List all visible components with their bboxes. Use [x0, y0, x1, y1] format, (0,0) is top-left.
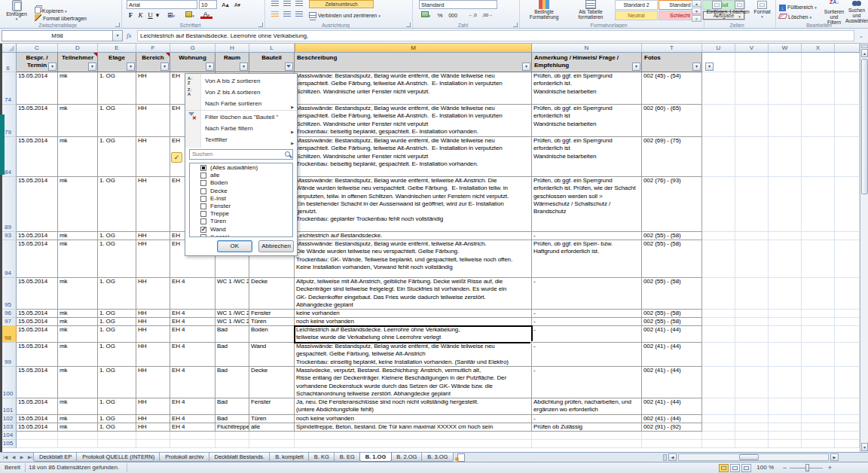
hscroll-right-icon[interactable]: ▶: [830, 453, 839, 461]
cell-95-10[interactable]: 002 (55) - (58): [642, 278, 702, 310]
cell-97-7[interactable]: Türen: [249, 318, 295, 326]
cell-102-1[interactable]: 15.05.2014: [17, 415, 58, 423]
underline-dropdown[interactable]: ▾: [154, 11, 160, 20]
cell-94-4[interactable]: HH: [136, 240, 170, 278]
copy-button[interactable]: Kopieren ▾: [35, 7, 67, 14]
table-header-blank[interactable]: [735, 53, 769, 72]
row-header-97[interactable]: 97: [0, 318, 17, 326]
cell-103-4[interactable]: HH: [136, 423, 170, 432]
cell-105-13[interactable]: [769, 440, 802, 448]
cell-89-11[interactable]: [702, 177, 735, 232]
cell-95-3[interactable]: 1. OG: [98, 278, 136, 310]
row-header-6[interactable]: 6: [0, 53, 17, 72]
row-header-100[interactable]: 100: [0, 367, 17, 398]
cell-103-14[interactable]: [802, 423, 835, 432]
page-layout-view-button[interactable]: [730, 464, 740, 472]
vertical-scrollbar[interactable]: ▲ ▼: [860, 44, 868, 452]
filter-dropdown-icon[interactable]: ▾: [206, 63, 214, 71]
cell-103-2[interactable]: mk: [58, 423, 98, 432]
cell-84-3[interactable]: 1. OG: [98, 137, 136, 177]
cell-102-14[interactable]: [802, 415, 835, 423]
cell-99-3[interactable]: 1. OG: [98, 343, 136, 367]
ok-button[interactable]: OK: [217, 240, 252, 252]
table-header-8[interactable]: Beschreibung▾: [295, 53, 532, 72]
cell-98-10[interactable]: 002 (41) - (44): [642, 326, 702, 343]
cell-104-10[interactable]: [642, 432, 702, 440]
cell-94-1[interactable]: 15.05.2014: [17, 240, 58, 278]
cell-99-10[interactable]: 002 (41) - (44): [642, 343, 702, 367]
cell-95-4[interactable]: HH: [136, 278, 170, 310]
column-letter-H[interactable]: H: [215, 44, 249, 52]
cell-103-6[interactable]: Fluchttreppe: [215, 423, 249, 432]
cell-94-3[interactable]: 1. OG: [98, 240, 136, 278]
cell-93-1[interactable]: 15.05.2014: [17, 232, 58, 240]
cell-93-13[interactable]: [769, 232, 802, 240]
cell-97-5[interactable]: EH 4: [170, 318, 215, 326]
row-header-95[interactable]: 95: [0, 278, 17, 310]
cell-101-4[interactable]: HH: [136, 398, 170, 415]
cell-95-12[interactable]: [735, 278, 769, 310]
cell-102-9[interactable]: -: [532, 415, 642, 423]
column-letter-E[interactable]: E: [98, 44, 136, 52]
cell-104-2[interactable]: [58, 432, 98, 440]
cell-94-9[interactable]: Prüfen, ob ggf. ein Sperr- bzw. Haftgrun…: [532, 240, 642, 278]
cell-100-5[interactable]: EH 4: [170, 367, 215, 398]
cell-103-8[interactable]: Spindeltreppe, Beton, bestand. Die Tür k…: [295, 423, 532, 432]
filter-value-item[interactable]: Decke: [190, 188, 292, 195]
cell-104-12[interactable]: [735, 432, 769, 440]
cell-94-14[interactable]: [802, 240, 835, 278]
cell-74-2[interactable]: mk: [58, 72, 98, 105]
sheet-tab-b-eg[interactable]: B. EG: [334, 453, 361, 462]
cell-96-1[interactable]: 15.05.2014: [17, 310, 58, 318]
horizontal-scrollbar[interactable]: [678, 453, 829, 461]
menu-item-clearfilter[interactable]: Filter löschen aus "Bauteil "✕: [185, 111, 297, 123]
row-header-103[interactable]: 103: [0, 423, 17, 432]
cell-74-12[interactable]: [735, 72, 769, 105]
cell-103-1[interactable]: 15.05.2014: [17, 423, 58, 432]
dialog-launcher-icon[interactable]: [406, 23, 411, 27]
cell-98-1[interactable]: 15.05.2014: [17, 326, 58, 343]
checkbox-icon[interactable]: [200, 196, 206, 202]
cell-100-7[interactable]: Decke: [249, 367, 295, 398]
gallery-more-icon[interactable]: ≡: [692, 15, 701, 22]
table-header-blank[interactable]: ▾: [702, 53, 735, 72]
cell-97-12[interactable]: [735, 318, 769, 326]
cell-99-13[interactable]: [769, 343, 802, 367]
column-letter-C[interactable]: C: [17, 44, 58, 52]
cell-98-8[interactable]: Leichtestrich auf Bestandsdecke. Leerroh…: [295, 326, 532, 343]
cell-97-3[interactable]: 1. OG: [98, 318, 136, 326]
sheet-tab-deckblatt-bestands-[interactable]: Deckblatt Bestands.: [209, 453, 271, 462]
cell-98-3[interactable]: 1. OG: [98, 326, 136, 343]
table-header-blank[interactable]: [769, 53, 802, 72]
cell-104-13[interactable]: [769, 432, 802, 440]
cell-103-3[interactable]: 1. OG: [98, 423, 136, 432]
cell-102-6[interactable]: Bad: [215, 415, 249, 423]
cell-79-8[interactable]: Massivwände: Bestandsputz, Belag wurde e…: [295, 105, 532, 137]
horizontal-scroll-thumb[interactable]: [739, 454, 759, 460]
cell-79-11[interactable]: [702, 105, 735, 137]
shrink-font-button[interactable]: A▾: [232, 0, 243, 10]
cell-105-9[interactable]: [532, 440, 642, 448]
filter-value-item[interactable]: alle: [190, 172, 292, 179]
zoom-level[interactable]: 100 %: [756, 464, 774, 471]
first-sheet-button[interactable]: |◀: [2, 453, 9, 461]
font-size-combobox[interactable]: 10: [199, 0, 217, 9]
cell-104-7[interactable]: [249, 432, 295, 440]
filter-dropdown-icon[interactable]: ▾: [240, 63, 248, 71]
cell-95-1[interactable]: 15.05.2014: [17, 278, 58, 310]
align-right-icon[interactable]: [294, 11, 304, 20]
cell-84-13[interactable]: [769, 137, 802, 177]
cell-84-11[interactable]: [702, 137, 735, 177]
menu-item-textfilter[interactable]: Textfilter▶: [185, 134, 297, 145]
cell-97-2[interactable]: mk: [58, 318, 98, 326]
row-header-96[interactable]: 96: [0, 310, 17, 318]
cell-74-4[interactable]: HH: [136, 72, 170, 105]
cell-101-8[interactable]: Ja, neu. Die Fensteranschlüsse sind noch…: [295, 398, 532, 415]
cell-89-9[interactable]: Prüfen, ob ggf. ein Sperrgrund erforderl…: [532, 177, 642, 232]
cell-96-5[interactable]: EH 4: [170, 310, 215, 318]
row-header-101[interactable]: 101: [0, 398, 17, 415]
cell-101-7[interactable]: Fenster: [249, 398, 295, 415]
cell-84-9[interactable]: Prüfen, ob ggf. ein Sperrgrund erforderl…: [532, 137, 642, 177]
cell-101-11[interactable]: [702, 398, 735, 415]
cell-98-5[interactable]: EH 4: [170, 326, 215, 343]
